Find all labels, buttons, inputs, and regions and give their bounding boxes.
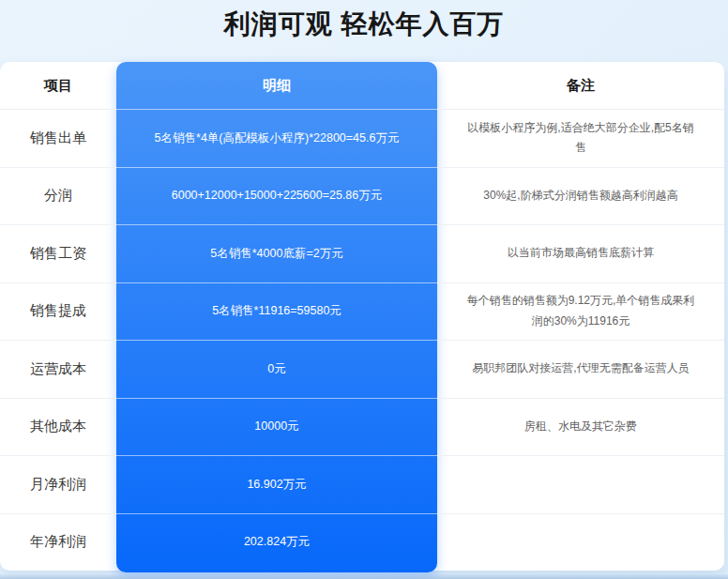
note-cell: 房租、水电及其它杂费 xyxy=(437,398,724,456)
table-body: 销售出单 5名销售*4单(高配模板小程序)*22800=45.6万元 以模板小程… xyxy=(0,109,724,571)
page-title: 利润可观 轻松年入百万 xyxy=(0,0,728,54)
table-row: 年净利润 202.824万元 xyxy=(0,513,724,571)
table-row: 销售提成 5名销售*11916=59580元 每个销售的销售额为9.12万元,单… xyxy=(0,282,724,341)
profit-table-card: 项目 明细 备注 销售出单 5名销售*4单(高配模板小程序)*22800=45.… xyxy=(0,62,724,571)
table-row: 运营成本 0元 易职邦团队对接运营,代理无需配备运营人员 xyxy=(0,340,724,398)
note-cell xyxy=(437,455,724,513)
table-row: 月净利润 16.902万元 xyxy=(0,455,724,513)
item-cell: 销售提成 xyxy=(0,282,116,341)
item-cell: 其他成本 xyxy=(0,398,116,456)
header-cell-item: 项目 xyxy=(0,62,116,109)
item-cell: 运营成本 xyxy=(0,340,116,398)
note-cell: 以当前市场最高销售底薪计算 xyxy=(437,224,724,282)
detail-cell: 6000+12000+15000+225600=25.86万元 xyxy=(116,167,437,225)
note-cell: 30%起,阶梯式分润销售额越高利润越高 xyxy=(437,167,724,225)
bottom-shadow xyxy=(0,574,728,579)
note-cell xyxy=(437,513,724,571)
detail-cell: 16.902万元 xyxy=(116,455,437,513)
table-row: 其他成本 10000元 房租、水电及其它杂费 xyxy=(0,398,724,456)
item-cell: 销售出单 xyxy=(0,109,116,167)
item-cell: 年净利润 xyxy=(0,513,116,571)
detail-cell: 5名销售*4单(高配模板小程序)*22800=45.6万元 xyxy=(116,109,437,167)
table-row: 销售出单 5名销售*4单(高配模板小程序)*22800=45.6万元 以模板小程… xyxy=(0,109,724,167)
detail-cell: 5名销售*11916=59580元 xyxy=(116,282,437,341)
item-cell: 销售工资 xyxy=(0,224,116,282)
note-cell: 每个销售的销售额为9.12万元,单个销售成果利润的30%为11916元 xyxy=(437,282,724,341)
header-cell-detail: 明细 xyxy=(116,62,437,109)
detail-cell: 5名销售*4000底薪=2万元 xyxy=(116,224,437,282)
table-row: 销售工资 5名销售*4000底薪=2万元 以当前市场最高销售底薪计算 xyxy=(0,224,724,282)
item-cell: 分润 xyxy=(0,167,116,225)
table-row: 分润 6000+12000+15000+225600=25.86万元 30%起,… xyxy=(0,167,724,225)
note-cell: 以模板小程序为例,适合绝大部分企业,配5名销售 xyxy=(437,109,724,167)
detail-cell: 10000元 xyxy=(116,398,437,456)
header-cell-note: 备注 xyxy=(437,62,724,109)
item-cell: 月净利润 xyxy=(0,455,116,513)
profit-table: 项目 明细 备注 销售出单 5名销售*4单(高配模板小程序)*22800=45.… xyxy=(0,62,724,571)
detail-cell: 0元 xyxy=(116,340,437,398)
note-cell: 易职邦团队对接运营,代理无需配备运营人员 xyxy=(437,340,724,398)
detail-cell: 202.824万元 xyxy=(116,513,437,571)
table-header-row: 项目 明细 备注 xyxy=(0,62,724,109)
